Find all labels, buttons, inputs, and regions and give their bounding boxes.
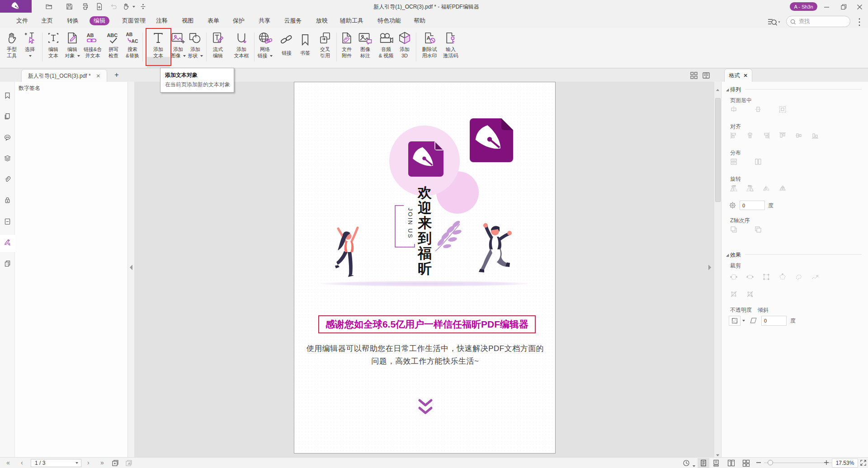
opacity-dropdown-caret[interactable] — [742, 320, 745, 322]
app-logo[interactable] — [0, 0, 32, 13]
menu-item-1[interactable]: 文件 — [13, 16, 31, 25]
sidebar-item-layers[interactable] — [0, 151, 15, 168]
menu-item-9[interactable]: 保护 — [230, 16, 248, 25]
rotate-degree-input[interactable]: 0 — [740, 201, 765, 210]
close-button[interactable] — [857, 4, 863, 9]
crop-shape-icon-2[interactable] — [746, 273, 754, 281]
restore-button[interactable] — [841, 4, 847, 9]
scroll-up-icon[interactable] — [716, 85, 719, 89]
distribute-icon-1[interactable] — [730, 158, 737, 165]
skew-degree-input[interactable]: 0 — [761, 316, 787, 326]
align-icon-6[interactable] — [811, 132, 819, 139]
menu-item-13[interactable]: 辅助工具 — [337, 16, 366, 25]
menu-item-14[interactable]: 特色功能 — [375, 16, 404, 25]
align-icon-1[interactable] — [730, 132, 737, 139]
menu-item-12[interactable]: 放映 — [313, 16, 331, 25]
collapse-arrange-icon[interactable] — [726, 89, 729, 91]
crop-action-icon-1[interactable] — [730, 290, 737, 298]
crop-shape-icon-1[interactable] — [730, 273, 737, 281]
next-page-button[interactable]: › — [87, 459, 90, 466]
sidebar-item-comments[interactable] — [0, 130, 15, 147]
expand-format-panel-icon[interactable] — [708, 264, 712, 271]
advanced-search-icon[interactable] — [768, 18, 778, 26]
menu-item-8[interactable]: 表单 — [204, 16, 222, 25]
reading-mode-icon[interactable] — [703, 72, 710, 79]
sidebar-item-attachments[interactable] — [0, 172, 15, 189]
undo-icon[interactable] — [110, 3, 118, 10]
page-number-input[interactable]: 1 / 3 — [31, 459, 81, 467]
rotate-icon-1[interactable] — [730, 185, 737, 192]
sidebar-item-snapshot[interactable] — [0, 256, 15, 273]
page-center-icon-3[interactable] — [779, 106, 786, 113]
align-icon-4[interactable] — [779, 132, 786, 139]
align-icon-5[interactable] — [795, 132, 802, 139]
align-icon-3[interactable] — [763, 132, 770, 139]
crop-action-icon-2[interactable]: x — [746, 290, 754, 298]
page-thumbnails-icon[interactable] — [690, 72, 698, 79]
page-center-icon-2[interactable] — [755, 106, 762, 113]
menu-item-4[interactable]: 编辑 — [90, 16, 109, 25]
history-zoom-caret[interactable] — [692, 462, 695, 468]
snapshot-button[interactable] — [112, 459, 119, 468]
z-order-icon-2[interactable] — [755, 226, 762, 233]
zoom-slider-knob[interactable] — [768, 460, 773, 465]
document-view-area[interactable]: 欢迎来到福昕 JOIN US — [134, 82, 714, 457]
crop-shape-icon-4[interactable] — [779, 273, 786, 281]
menu-item-15[interactable]: 帮助 — [410, 16, 429, 25]
crop-shape-icon-6[interactable] — [811, 273, 819, 281]
save-icon[interactable] — [66, 3, 73, 10]
minimize-button[interactable] — [824, 4, 830, 9]
collapse-panel-icon[interactable] — [130, 265, 132, 270]
customize-toolbar-icon[interactable] — [139, 3, 147, 10]
print-icon[interactable] — [81, 3, 89, 10]
new-tab-button[interactable]: + — [113, 71, 120, 79]
menu-item-10[interactable]: 共享 — [255, 16, 274, 25]
new-document-icon[interactable] — [95, 3, 103, 10]
first-page-button[interactable]: « — [6, 459, 10, 466]
rotate-icon-3[interactable] — [763, 185, 770, 192]
format-panel-tab[interactable]: 格式 ✕ — [724, 69, 752, 82]
rotate-icon-4[interactable] — [779, 185, 786, 192]
opacity-dropdown[interactable] — [729, 316, 741, 326]
sidebar-item-digital-signature[interactable] — [0, 235, 15, 252]
zoom-slider-track[interactable] — [764, 463, 832, 463]
fullscreen-button[interactable] — [860, 459, 867, 468]
scrollbar-thumb[interactable] — [715, 98, 721, 202]
crop-shape-icon-5[interactable] — [795, 273, 802, 281]
more-options-icon[interactable] — [858, 18, 861, 25]
search-input[interactable]: 查找 — [786, 16, 850, 27]
crop-shape-icon-3[interactable] — [763, 273, 770, 281]
menu-item-7[interactable]: 视图 — [179, 16, 197, 25]
scroll-down-icon[interactable] — [716, 450, 719, 454]
menu-item-6[interactable]: 注释 — [153, 16, 171, 25]
hand-annot-icon[interactable] — [122, 3, 130, 10]
distribute-icon-2[interactable] — [755, 158, 762, 165]
collapse-effects-icon[interactable] — [726, 254, 729, 257]
sidebar-item-bookmarks[interactable] — [0, 88, 15, 105]
document-tab[interactable]: 新人引导(1)_OCR(3).pdf * ✕ — [21, 69, 107, 82]
z-order-icon-1[interactable] — [730, 226, 737, 233]
ribbon-button-search-replace[interactable]: ABAC搜索&替换 — [118, 29, 146, 67]
menu-item-2[interactable]: 主页 — [38, 16, 56, 25]
rotate-gear-icon[interactable] — [729, 201, 736, 209]
zoom-in-button[interactable] — [824, 459, 829, 468]
hand-annot-caret[interactable] — [132, 6, 135, 8]
format-tab-close-icon[interactable]: ✕ — [743, 73, 747, 79]
history-zoom-icon[interactable] — [683, 459, 690, 468]
pdf-page[interactable]: 欢迎来到福昕 JOIN US — [294, 82, 556, 454]
user-avatar[interactable]: A - Sh3n — [790, 2, 817, 11]
facing-view-button[interactable] — [727, 459, 735, 468]
ribbon-button-add-3d[interactable]: 添加3D — [391, 29, 419, 67]
rotate-icon-2[interactable] — [746, 185, 754, 192]
menu-item-11[interactable]: 云服务 — [281, 16, 305, 25]
zoom-level-input[interactable]: 17.53% — [832, 459, 858, 468]
sidebar-item-pages[interactable] — [0, 109, 15, 126]
previous-page-button[interactable]: ‹ — [21, 459, 23, 466]
vertical-scrollbar[interactable] — [714, 82, 721, 457]
menu-item-5[interactable]: 页面管理 — [119, 16, 148, 25]
single-page-view-button[interactable] — [698, 458, 709, 468]
menu-item-3[interactable]: 转换 — [64, 16, 82, 25]
zoom-out-button[interactable] — [756, 459, 761, 468]
sidebar-item-destinations[interactable] — [0, 214, 15, 231]
align-icon-2[interactable] — [746, 132, 754, 139]
